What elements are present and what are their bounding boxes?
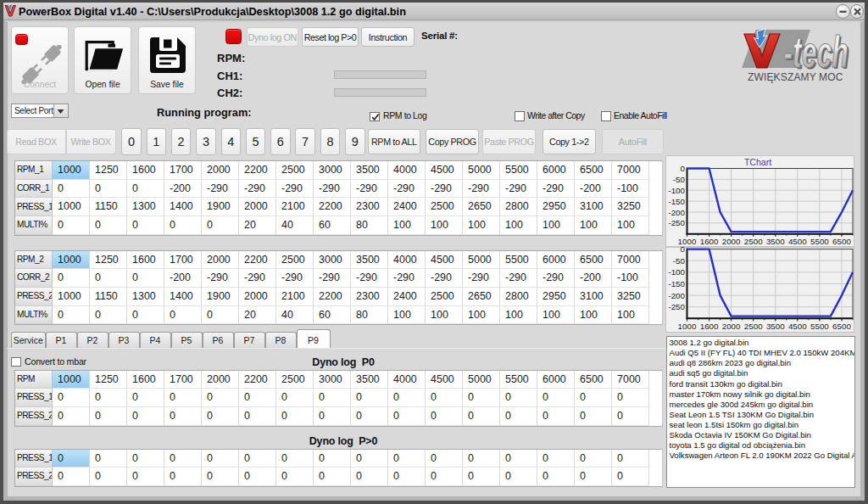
svg-text:-100: -100 bbox=[668, 267, 685, 277]
svg-text:1600: 1600 bbox=[700, 237, 719, 246]
svg-text:-200: -200 bbox=[668, 291, 685, 300]
svg-text:5500: 5500 bbox=[810, 322, 829, 331]
svg-text:-tech: -tech bbox=[784, 26, 849, 76]
svg-text:2500: 2500 bbox=[744, 237, 763, 246]
svg-text:3500: 3500 bbox=[766, 322, 785, 331]
svg-text:4500: 4500 bbox=[788, 237, 807, 246]
svg-text:-100: -100 bbox=[668, 186, 685, 195]
svg-text:ZWIĘKSZAMY MOC: ZWIĘKSZAMY MOC bbox=[748, 71, 843, 83]
svg-text:-250: -250 bbox=[668, 302, 685, 311]
svg-text:-150: -150 bbox=[668, 197, 685, 206]
svg-text:-150: -150 bbox=[668, 279, 685, 288]
svg-text:-50: -50 bbox=[673, 256, 686, 266]
svg-text:1000: 1000 bbox=[678, 322, 697, 331]
svg-text:0: 0 bbox=[681, 164, 686, 173]
svg-text:3500: 3500 bbox=[766, 237, 785, 246]
svg-text:6500: 6500 bbox=[832, 322, 851, 331]
svg-text:-200: -200 bbox=[668, 208, 685, 217]
svg-text:6500: 6500 bbox=[832, 237, 851, 246]
svg-text:4500: 4500 bbox=[788, 322, 807, 331]
svg-text:-250: -250 bbox=[668, 218, 685, 227]
svg-text:2000: 2000 bbox=[722, 237, 741, 246]
svg-text:-50: -50 bbox=[673, 175, 686, 184]
svg-text:2500: 2500 bbox=[744, 322, 763, 331]
svg-text:TChart: TChart bbox=[744, 157, 771, 167]
svg-text:2000: 2000 bbox=[722, 322, 741, 331]
svg-text:1000: 1000 bbox=[678, 237, 697, 246]
svg-text:0: 0 bbox=[681, 247, 686, 254]
svg-text:1600: 1600 bbox=[700, 322, 719, 331]
svg-text:5500: 5500 bbox=[810, 237, 829, 246]
